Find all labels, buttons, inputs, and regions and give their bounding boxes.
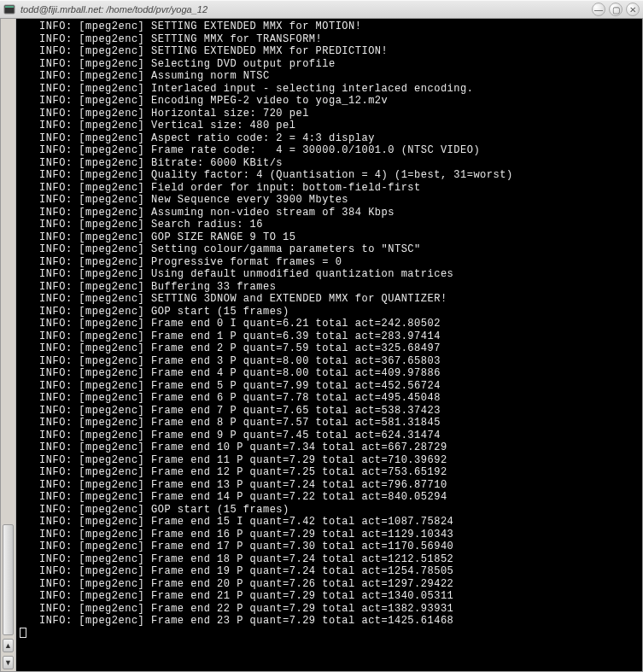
terminal-line: INFO: [mpeg2enc] Progressive format fram… <box>20 256 639 269</box>
terminal-line: INFO: [mpeg2enc] Frame end 18 P quant=7.… <box>20 553 639 566</box>
scrollbar[interactable]: ▲ ▼ <box>1 19 16 671</box>
terminal-line: INFO: [mpeg2enc] Frame end 9 P quant=7.4… <box>20 429 639 442</box>
terminal-line: INFO: [mpeg2enc] Frame end 2 P quant=7.5… <box>20 342 639 355</box>
terminal-line: INFO: [mpeg2enc] Selecting DVD output pr… <box>20 58 639 71</box>
app-icon <box>3 3 15 15</box>
terminal-line: INFO: [mpeg2enc] SETTING EXTENDED MMX fo… <box>20 20 639 33</box>
terminal-line: INFO: [mpeg2enc] Using default unmodifie… <box>20 268 639 281</box>
terminal-line: INFO: [mpeg2enc] Frame end 15 I quant=7.… <box>20 516 639 529</box>
terminal-line: INFO: [mpeg2enc] Frame end 0 I quant=6.2… <box>20 318 639 330</box>
terminal-line: INFO: [mpeg2enc] Frame end 7 P quant=7.6… <box>20 405 639 418</box>
cursor-icon <box>20 628 26 638</box>
terminal-line: INFO: [mpeg2enc] Frame end 10 P quant=7.… <box>20 441 639 454</box>
terminal-line: INFO: [mpeg2enc] Frame end 20 P quant=7.… <box>20 578 639 591</box>
terminal-line: INFO: [mpeg2enc] Frame end 6 P quant=7.7… <box>20 392 639 405</box>
terminal-line: INFO: [mpeg2enc] Frame end 14 P quant=7.… <box>20 491 639 504</box>
close-button[interactable]: ✕ <box>626 3 640 16</box>
scrollbar-track[interactable] <box>3 20 14 635</box>
terminal-line: INFO: [mpeg2enc] Assuming non-video stre… <box>20 207 639 219</box>
terminal-line: INFO: [mpeg2enc] Frame end 12 P quant=7.… <box>20 466 639 479</box>
terminal-line: INFO: [mpeg2enc] Frame end 22 P quant=7.… <box>20 603 639 616</box>
terminal-line: INFO: [mpeg2enc] Frame end 4 P quant=8.0… <box>20 367 639 380</box>
terminal-line: INFO: [mpeg2enc] Frame end 5 P quant=7.9… <box>20 380 639 393</box>
terminal-line: INFO: [mpeg2enc] GOP SIZE RANGE 9 TO 15 <box>20 231 639 244</box>
terminal-line: INFO: [mpeg2enc] Horizontal size: 720 pe… <box>20 108 639 120</box>
terminal-line: INFO: [mpeg2enc] Frame end 21 P quant=7.… <box>20 590 639 603</box>
maximize-button[interactable]: ▢ <box>609 3 623 16</box>
terminal-line: INFO: [mpeg2enc] Frame end 1 P quant=6.3… <box>20 330 639 343</box>
scrollbar-thumb[interactable] <box>3 524 14 635</box>
terminal-cursor-line <box>20 628 639 638</box>
terminal-output[interactable]: INFO: [mpeg2enc] SETTING EXTENDED MMX fo… <box>16 19 642 671</box>
terminal-line: INFO: [mpeg2enc] Field order for input: … <box>20 182 639 195</box>
terminal-line: INFO: [mpeg2enc] Quality factor: 4 (Quan… <box>20 169 639 182</box>
terminal-line: INFO: [mpeg2enc] GOP start (15 frames) <box>20 504 639 517</box>
terminal-line: INFO: [mpeg2enc] Frame end 8 P quant=7.5… <box>20 417 639 429</box>
terminal-line: INFO: [mpeg2enc] Frame end 16 P quant=7.… <box>20 529 639 541</box>
minimize-button[interactable]: — <box>592 3 605 16</box>
terminal-line: INFO: [mpeg2enc] Encoding MPEG-2 video t… <box>20 95 639 108</box>
terminal-line: INFO: [mpeg2enc] Frame end 11 P quant=7.… <box>20 454 639 467</box>
terminal-line: INFO: [mpeg2enc] Aspect ratio code: 2 = … <box>20 132 639 145</box>
terminal-line: INFO: [mpeg2enc] Vertical size: 480 pel <box>20 120 639 132</box>
terminal-line: INFO: [mpeg2enc] Frame end 19 P quant=7.… <box>20 565 639 578</box>
terminal-line: INFO: [mpeg2enc] Bitrate: 6000 KBit/s <box>20 157 639 170</box>
terminal-line: INFO: [mpeg2enc] SETTING 3DNOW and EXTEN… <box>20 293 639 306</box>
terminal-line: INFO: [mpeg2enc] New Sequence every 3900… <box>20 194 639 207</box>
scroll-up-button[interactable]: ▲ <box>3 639 14 652</box>
terminal-line: INFO: [mpeg2enc] Buffering 33 frames <box>20 281 639 294</box>
scroll-down-button[interactable]: ▼ <box>3 656 14 669</box>
window-body: ▲ ▼ INFO: [mpeg2enc] SETTING EXTENDED MM… <box>0 19 643 672</box>
terminal-line: INFO: [mpeg2enc] Setting colour/gamma pa… <box>20 243 639 256</box>
svg-rect-1 <box>5 6 14 8</box>
terminal-line: INFO: [mpeg2enc] Frame rate code: 4 = 30… <box>20 144 639 157</box>
terminal-line: INFO: [mpeg2enc] Search radius: 16 <box>20 219 639 231</box>
terminal-line: INFO: [mpeg2enc] Interlaced input - sele… <box>20 83 639 96</box>
titlebar[interactable]: todd@fiji.mrball.net: /home/todd/pvr/yog… <box>0 0 643 19</box>
terminal-line: INFO: [mpeg2enc] SETTING EXTENDED MMX fo… <box>20 45 639 58</box>
terminal-line: INFO: [mpeg2enc] Assuming norm NTSC <box>20 70 639 83</box>
terminal-line: INFO: [mpeg2enc] Frame end 13 P quant=7.… <box>20 479 639 492</box>
terminal-line: INFO: [mpeg2enc] Frame end 17 P quant=7.… <box>20 541 639 553</box>
terminal-line: INFO: [mpeg2enc] Frame end 23 P quant=7.… <box>20 615 639 628</box>
terminal-line: INFO: [mpeg2enc] GOP start (15 frames) <box>20 306 639 318</box>
window-title: todd@fiji.mrball.net: /home/todd/pvr/yog… <box>20 4 588 15</box>
terminal-line: INFO: [mpeg2enc] SETTING MMX for TRANSFO… <box>20 33 639 46</box>
terminal-line: INFO: [mpeg2enc] Frame end 3 P quant=8.0… <box>20 355 639 368</box>
